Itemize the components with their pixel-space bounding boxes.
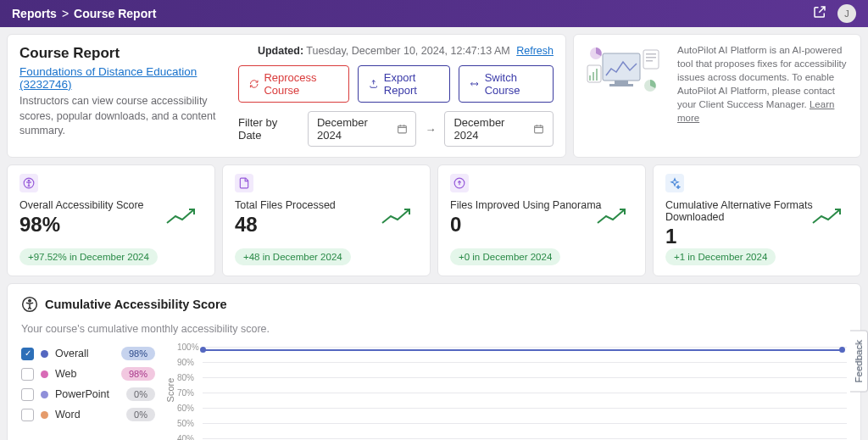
- legend-item-word[interactable]: Word0%: [21, 408, 155, 421]
- series-color-dot: [41, 411, 48, 419]
- export-icon: [369, 78, 378, 90]
- breadcrumb-page: Course Report: [74, 7, 156, 20]
- open-external-icon[interactable]: [812, 4, 827, 23]
- series-color-dot: [41, 391, 48, 398]
- gridline: 60%: [203, 408, 847, 409]
- updated-timestamp: Updated: Tuesday, December 10, 2024, 12:…: [258, 45, 554, 57]
- svg-rect-7: [646, 53, 656, 55]
- legend-item-web[interactable]: Web98%: [21, 367, 155, 381]
- trend-up-icon: [596, 206, 633, 226]
- breadcrumb-separator: >: [62, 7, 69, 20]
- header-card: Course Report Foundations of Distance Ed…: [7, 34, 566, 158]
- breadcrumb-root[interactable]: Reports: [12, 7, 57, 20]
- checkbox-icon[interactable]: [21, 368, 34, 381]
- svg-rect-8: [646, 57, 656, 58]
- top-bar: Reports > Course Report J: [0, 0, 868, 27]
- accessibility-icon: [19, 174, 38, 192]
- accessibility-icon: [21, 296, 38, 313]
- chart-subtitle: Your course's cumulative monthly accessi…: [21, 323, 847, 335]
- line-overall: [203, 349, 843, 351]
- upload-icon: [450, 174, 469, 192]
- svg-rect-3: [615, 81, 628, 84]
- gridline: 90%: [203, 362, 847, 363]
- legend-label: Word: [55, 409, 81, 421]
- stat-alt-formats-downloaded: Cumulative Alternative Formats Downloade…: [653, 164, 861, 276]
- stat-accessibility-score: Overall Accessibility Score 98% +97.52% …: [7, 164, 215, 276]
- stat-badge: +48 in December 2024: [235, 248, 351, 265]
- gridline: 100%: [203, 347, 847, 348]
- svg-rect-4: [609, 84, 633, 86]
- svg-rect-11: [589, 75, 591, 81]
- gridline: 40%: [203, 438, 847, 439]
- svg-point-16: [28, 180, 30, 181]
- legend-percent: 98%: [121, 347, 155, 360]
- trend-up-icon: [811, 206, 849, 226]
- avatar[interactable]: J: [837, 4, 856, 23]
- refresh-icon: [249, 78, 259, 90]
- date-to-picker[interactable]: December 2024: [444, 111, 554, 147]
- calendar-icon: [533, 123, 544, 135]
- switch-icon: [470, 78, 479, 90]
- legend-label: Overall: [55, 348, 89, 359]
- trend-up-icon: [381, 206, 418, 226]
- checkbox-icon[interactable]: [21, 348, 34, 360]
- page-title: Course Report: [19, 45, 223, 62]
- autopilot-illustration: [584, 43, 669, 103]
- autopilot-description: AutoPilot AI Platform is an AI-powered t…: [677, 43, 850, 125]
- switch-course-button[interactable]: Switch Course: [459, 65, 554, 103]
- cumulative-score-chart-card: Cumulative Accessibility Score Your cour…: [7, 283, 861, 440]
- stat-value: 1: [665, 225, 849, 248]
- legend-percent: 98%: [121, 367, 155, 381]
- stat-files-improved: Files Improved Using Panorama 0 +0 in De…: [437, 164, 646, 276]
- svg-rect-1: [535, 125, 543, 133]
- stat-badge: +97.52% in December 2024: [19, 248, 158, 265]
- legend-label: PowerPoint: [55, 388, 109, 400]
- stat-badge: +0 in December 2024: [450, 248, 560, 265]
- gridline: 80%: [203, 377, 847, 378]
- gridline: 70%: [203, 393, 847, 393]
- checkbox-icon[interactable]: [21, 409, 34, 421]
- stat-files-processed: Total Files Processed 48 +48 in December…: [222, 164, 431, 276]
- legend-item-powerpoint[interactable]: PowerPoint0%: [21, 387, 155, 401]
- reprocess-course-button[interactable]: Reprocess Course: [238, 65, 349, 103]
- svg-rect-0: [398, 125, 406, 133]
- date-from-picker[interactable]: December 2024: [308, 111, 417, 147]
- checkbox-icon[interactable]: [21, 388, 34, 401]
- feedback-button[interactable]: Feedback: [850, 331, 868, 393]
- series-color-dot: [41, 350, 48, 358]
- series-color-dot: [41, 370, 48, 378]
- refresh-link[interactable]: Refresh: [516, 45, 554, 57]
- breadcrumb: Reports > Course Report: [12, 7, 156, 20]
- sparkle-icon: [665, 174, 684, 192]
- svg-rect-6: [643, 50, 659, 69]
- chart-title: Cumulative Accessibility Score: [21, 296, 847, 313]
- legend-percent: 0%: [126, 408, 155, 421]
- course-link[interactable]: Foundations of Distance Education (32327…: [19, 65, 223, 91]
- stat-cards: Overall Accessibility Score 98% +97.52% …: [7, 164, 861, 276]
- file-icon: [235, 174, 253, 192]
- autopilot-info-card: AutoPilot AI Platform is an AI-powered t…: [573, 34, 861, 158]
- svg-rect-2: [603, 53, 640, 81]
- chart-plot: Score 100%90%80%70%60%50%40%: [175, 347, 847, 440]
- arrow-right-icon: →: [425, 123, 436, 136]
- export-report-button[interactable]: Export Report: [358, 65, 450, 103]
- filter-by-date-label: Filter by Date: [238, 116, 299, 142]
- svg-rect-13: [596, 69, 598, 81]
- chart-legend: Overall98%Web98%PowerPoint0%Word0%: [21, 347, 155, 440]
- trend-up-icon: [165, 206, 203, 226]
- svg-rect-12: [593, 72, 594, 81]
- legend-item-overall[interactable]: Overall98%: [21, 347, 155, 360]
- svg-rect-9: [646, 60, 653, 62]
- stat-badge: +1 in December 2024: [665, 248, 776, 265]
- svg-point-19: [29, 300, 31, 303]
- legend-percent: 0%: [126, 387, 155, 401]
- calendar-icon: [397, 123, 408, 135]
- y-axis-label: Score: [165, 378, 175, 403]
- page-description: Instructors can view course accessibilit…: [19, 94, 223, 139]
- legend-label: Web: [55, 368, 76, 380]
- gridline: 50%: [203, 423, 847, 424]
